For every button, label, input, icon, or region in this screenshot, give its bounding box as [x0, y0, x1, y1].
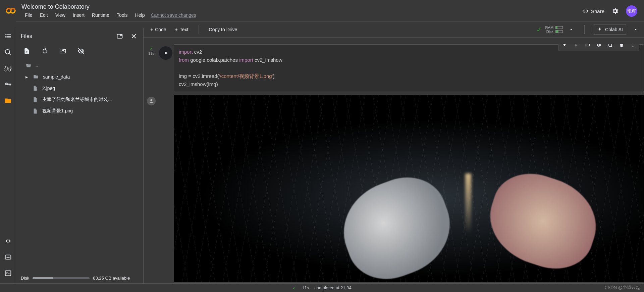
list-icon [4, 33, 12, 40]
resource-meter[interactable]: RAM Disk [545, 26, 563, 34]
menu-tools[interactable]: Tools [113, 11, 131, 19]
file-row-fashion[interactable]: 主宰了纽约和米兰等城市的时装... [19, 94, 141, 105]
file-row-2jpeg[interactable]: 2.jpeg [19, 83, 141, 94]
search-button[interactable] [1, 46, 15, 59]
file-row-video-bg[interactable]: 视频背景1.png [19, 105, 141, 117]
eye-off-icon [77, 47, 85, 55]
ram-meter [555, 26, 563, 29]
menu-help[interactable]: Help [132, 11, 148, 19]
upload-file-icon [23, 48, 30, 54]
gutter-check-icon: ✓ [150, 46, 153, 51]
menu-insert[interactable]: Insert [69, 11, 88, 19]
terminal-icon [4, 270, 12, 277]
cell-settings-button[interactable] [593, 44, 604, 50]
gear-icon [596, 44, 601, 48]
mount-drive-button[interactable] [58, 46, 68, 56]
toggle-hidden-button[interactable] [76, 46, 86, 56]
output-image [174, 95, 644, 283]
connection-check-icon: ✓ [536, 26, 542, 34]
share-label: Share [591, 8, 604, 14]
arrow-up-icon [562, 44, 567, 48]
file-icon [32, 97, 39, 103]
play-icon [163, 50, 169, 56]
terminal-button[interactable] [1, 266, 15, 280]
svg-point-9 [633, 46, 634, 47]
collapse-toolbar-button[interactable] [631, 25, 641, 35]
copy-to-drive-button[interactable]: Copy to Drive [206, 25, 241, 34]
settings-button[interactable] [610, 6, 620, 16]
file-label: 主宰了纽约和米兰等城市的时装... [42, 97, 112, 103]
add-code-label: Code [155, 27, 166, 32]
key-icon [4, 81, 12, 88]
drive-folder-icon [60, 48, 66, 54]
trash-icon [619, 44, 624, 48]
mirror-icon [607, 44, 613, 48]
move-up-button[interactable] [559, 44, 570, 50]
file-row-sample-data[interactable]: ▸ sample_data [19, 71, 141, 83]
colab-logo[interactable] [3, 3, 18, 18]
link-icon [585, 44, 590, 48]
ram-label: RAM [545, 26, 553, 30]
move-down-button[interactable] [571, 44, 581, 50]
window-icon [116, 33, 123, 40]
more-vert-icon [630, 44, 636, 48]
file-label: .. [36, 63, 38, 68]
disk-meter [555, 30, 563, 33]
folder-icon [4, 97, 12, 104]
arrow-down-icon [573, 44, 579, 48]
chevron-down-icon [569, 27, 574, 32]
command-palette-button[interactable] [1, 250, 15, 264]
files-button[interactable] [1, 94, 15, 107]
save-note: Cannot save changes [151, 11, 196, 19]
secrets-button[interactable] [1, 78, 15, 91]
delete-cell-button[interactable] [616, 44, 627, 50]
disk-meter [33, 277, 90, 279]
gear-icon [611, 7, 619, 15]
output-source-icon[interactable] [147, 97, 156, 105]
add-text-label: Text [180, 27, 189, 32]
search-icon [4, 49, 12, 56]
more-cell-button[interactable] [628, 44, 638, 50]
variables-button[interactable]: {x} [1, 62, 15, 75]
share-button[interactable]: Share [582, 8, 604, 14]
mirror-cell-button[interactable] [605, 44, 615, 50]
sparkle-icon [597, 27, 602, 32]
colab-ai-label: Colab AI [605, 27, 623, 32]
watermark: CSDN @坐望云起 [604, 285, 640, 291]
runtime-menu-button[interactable] [566, 25, 576, 35]
colab-ai-button[interactable]: Colab AI [593, 25, 627, 35]
separator [584, 25, 585, 34]
terminal-rect-icon [4, 253, 12, 261]
notebook-title[interactable]: Welcome to Colaboratory [21, 2, 582, 11]
run-cell-button[interactable] [159, 46, 172, 60]
files-panel-title: Files [21, 33, 115, 39]
status-message: completed at 21:34 [314, 285, 352, 290]
code-editor[interactable]: import cv2 from google.colab.patches imp… [174, 44, 644, 92]
file-parent-dir[interactable]: .. [19, 60, 141, 71]
menu-edit[interactable]: Edit [37, 11, 51, 19]
file-icon [32, 108, 39, 114]
file-icon [32, 85, 39, 91]
status-time: 11s [302, 285, 309, 290]
user-avatar[interactable]: 艳辉 [626, 5, 637, 17]
menu-view[interactable]: View [52, 11, 69, 19]
svg-rect-2 [5, 255, 11, 259]
separator [199, 25, 199, 34]
file-label: 视频背景1.png [42, 108, 73, 114]
toc-button[interactable] [1, 30, 15, 43]
add-text-button[interactable]: +Text [172, 25, 192, 34]
menu-file[interactable]: File [21, 11, 36, 19]
upload-file-button[interactable] [22, 46, 32, 56]
disk-available: 83.25 GB available [93, 276, 130, 281]
svg-point-10 [150, 99, 152, 101]
files-close-button[interactable] [129, 32, 139, 41]
svg-rect-5 [120, 34, 122, 36]
link-cell-button[interactable] [582, 44, 593, 50]
menu-runtime[interactable]: Runtime [89, 11, 113, 19]
files-newwindow-button[interactable] [115, 32, 124, 41]
refresh-button[interactable] [40, 46, 50, 56]
add-code-button[interactable]: +Code [147, 25, 170, 34]
code-snippets-button[interactable] [1, 234, 15, 248]
disk-label: Disk [546, 30, 553, 34]
exec-time: 11s [148, 51, 154, 55]
